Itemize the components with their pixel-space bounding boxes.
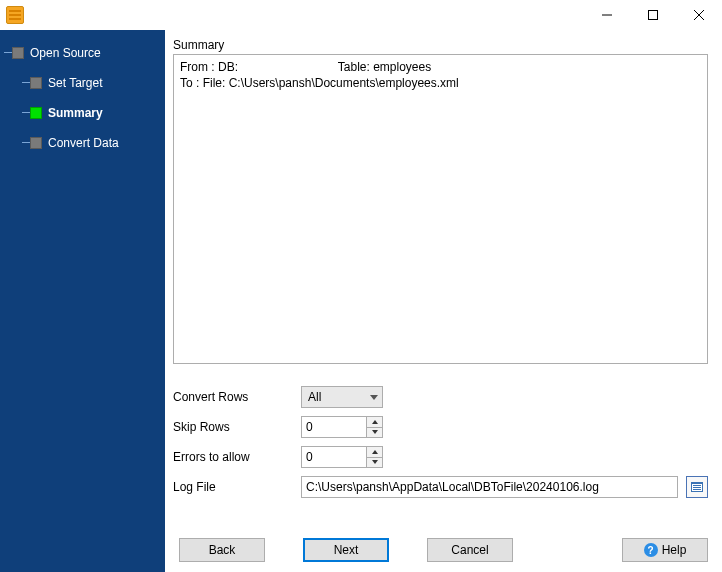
step-summary[interactable]: Summary xyxy=(0,100,165,126)
arrow-down-icon xyxy=(372,460,378,464)
log-file-input[interactable] xyxy=(301,476,678,498)
spin-up-button[interactable] xyxy=(367,447,382,458)
button-label: Next xyxy=(334,543,359,557)
summary-title: Summary xyxy=(173,38,708,52)
skip-rows-input[interactable] xyxy=(302,417,366,437)
spin-up-button[interactable] xyxy=(367,417,382,428)
main-panel: Summary From : DB: Table: employees To :… xyxy=(165,30,722,572)
wizard-sidebar: Open Source Set Target Summary Convert D… xyxy=(0,30,165,572)
chevron-down-icon xyxy=(370,395,378,400)
close-button[interactable] xyxy=(676,0,722,30)
log-file-row: Log File xyxy=(173,476,708,498)
button-bar: Back Next Cancel ? Help xyxy=(173,518,708,562)
help-icon: ? xyxy=(644,543,658,557)
wizard-window: Open Source Set Target Summary Convert D… xyxy=(0,0,722,572)
button-label: Cancel xyxy=(451,543,488,557)
arrow-up-icon xyxy=(372,420,378,424)
step-label: Set Target xyxy=(48,76,102,90)
title-bar xyxy=(0,0,722,30)
summary-line-from: From : DB: Table: employees xyxy=(180,60,431,74)
convert-rows-value: All xyxy=(308,390,321,404)
skip-rows-label: Skip Rows xyxy=(173,420,301,434)
document-icon xyxy=(691,482,703,492)
button-label: Back xyxy=(209,543,236,557)
step-bullet-icon xyxy=(30,107,42,119)
spin-down-button[interactable] xyxy=(367,458,382,468)
summary-text-area[interactable]: From : DB: Table: employees To : File: C… xyxy=(173,54,708,364)
svg-rect-1 xyxy=(649,11,658,20)
browse-log-button[interactable] xyxy=(686,476,708,498)
next-button[interactable]: Next xyxy=(303,538,389,562)
minimize-button[interactable] xyxy=(584,0,630,30)
convert-rows-select[interactable]: All xyxy=(301,386,383,408)
options-panel: Convert Rows All Skip Rows xyxy=(173,386,708,506)
step-bullet-icon xyxy=(12,47,24,59)
app-icon xyxy=(6,6,24,24)
arrow-down-icon xyxy=(372,430,378,434)
step-label: Summary xyxy=(48,106,103,120)
button-label: Help xyxy=(662,543,687,557)
convert-rows-label: Convert Rows xyxy=(173,390,301,404)
errors-row: Errors to allow xyxy=(173,446,708,468)
step-label: Convert Data xyxy=(48,136,119,150)
back-button[interactable]: Back xyxy=(179,538,265,562)
step-label: Open Source xyxy=(30,46,101,60)
step-convert-data[interactable]: Convert Data xyxy=(0,130,165,156)
help-button[interactable]: ? Help xyxy=(622,538,708,562)
step-set-target[interactable]: Set Target xyxy=(0,70,165,96)
maximize-button[interactable] xyxy=(630,0,676,30)
window-controls xyxy=(584,0,722,30)
convert-rows-row: Convert Rows All xyxy=(173,386,708,408)
errors-label: Errors to allow xyxy=(173,450,301,464)
summary-line-to: To : File: C:\Users\pansh\Documents\empl… xyxy=(180,76,459,90)
skip-rows-row: Skip Rows xyxy=(173,416,708,438)
errors-spinner[interactable] xyxy=(301,446,383,468)
step-open-source[interactable]: Open Source xyxy=(0,40,165,66)
wizard-body: Open Source Set Target Summary Convert D… xyxy=(0,30,722,572)
log-file-label: Log File xyxy=(173,480,301,494)
spin-down-button[interactable] xyxy=(367,428,382,438)
skip-rows-spinner[interactable] xyxy=(301,416,383,438)
arrow-up-icon xyxy=(372,450,378,454)
step-bullet-icon xyxy=(30,137,42,149)
step-bullet-icon xyxy=(30,77,42,89)
cancel-button[interactable]: Cancel xyxy=(427,538,513,562)
errors-input[interactable] xyxy=(302,447,366,467)
